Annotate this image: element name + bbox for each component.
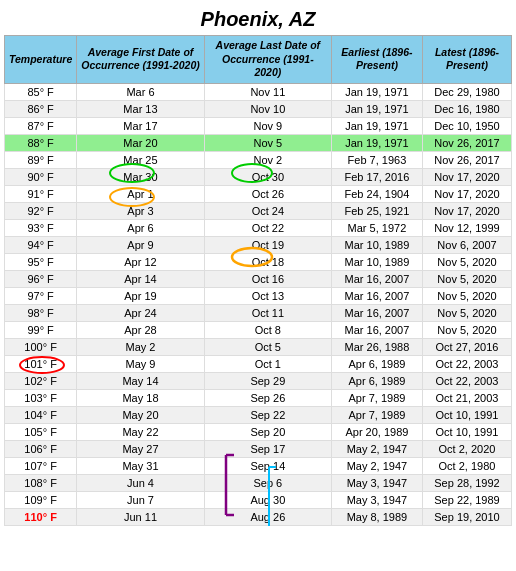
col-last-occurrence: Average Last Date of Occurrence (1991-20… bbox=[204, 36, 331, 84]
cell-earliest: Apr 7, 1989 bbox=[331, 389, 422, 406]
cell-temperature: 89° F bbox=[5, 151, 77, 168]
cell-earliest: May 8, 1989 bbox=[331, 508, 422, 525]
cell-first-occurrence: Mar 25 bbox=[77, 151, 205, 168]
col-first-occurrence: Average First Date of Occurrence (1991-2… bbox=[77, 36, 205, 84]
col-latest: Latest (1896-Present) bbox=[422, 36, 511, 84]
cell-earliest: May 2, 1947 bbox=[331, 457, 422, 474]
cell-latest: Sep 28, 1992 bbox=[422, 474, 511, 491]
cell-latest: Nov 26, 2017 bbox=[422, 134, 511, 151]
cell-earliest: Apr 6, 1989 bbox=[331, 372, 422, 389]
table-row: 98° FApr 24Oct 11Mar 16, 2007Nov 5, 2020 bbox=[5, 304, 512, 321]
table-row: 85° FMar 6Nov 11Jan 19, 1971Dec 29, 1980 bbox=[5, 83, 512, 100]
cell-first-occurrence: Apr 9 bbox=[77, 236, 205, 253]
cell-last-occurrence: Aug 26 bbox=[204, 508, 331, 525]
cell-earliest: Apr 6, 1989 bbox=[331, 355, 422, 372]
cell-first-occurrence: Mar 13 bbox=[77, 100, 205, 117]
table-row: 96° FApr 14Oct 16Mar 16, 2007Nov 5, 2020 bbox=[5, 270, 512, 287]
cell-earliest: May 2, 1947 bbox=[331, 440, 422, 457]
cell-last-occurrence: Oct 22 bbox=[204, 219, 331, 236]
cell-temperature: 86° F bbox=[5, 100, 77, 117]
cell-first-occurrence: Apr 1 bbox=[77, 185, 205, 202]
cell-last-occurrence: Aug 30 bbox=[204, 491, 331, 508]
cell-temperature: 92° F bbox=[5, 202, 77, 219]
cell-last-occurrence: Nov 2 bbox=[204, 151, 331, 168]
cell-first-occurrence: May 27 bbox=[77, 440, 205, 457]
cell-temperature: 104° F bbox=[5, 406, 77, 423]
table-row: 109° FJun 7Aug 30May 3, 1947Sep 22, 1989 bbox=[5, 491, 512, 508]
cell-first-occurrence: Apr 12 bbox=[77, 253, 205, 270]
table-row: 108° FJun 4Sep 6May 3, 1947Sep 28, 1992 bbox=[5, 474, 512, 491]
cell-temperature: 99° F bbox=[5, 321, 77, 338]
cell-last-occurrence: Oct 26 bbox=[204, 185, 331, 202]
cell-earliest: Apr 7, 1989 bbox=[331, 406, 422, 423]
table-row: 102° FMay 14Sep 29Apr 6, 1989Oct 22, 200… bbox=[5, 372, 512, 389]
cell-first-occurrence: Mar 17 bbox=[77, 117, 205, 134]
cell-last-occurrence: Sep 6 bbox=[204, 474, 331, 491]
cell-latest: Oct 2, 2020 bbox=[422, 440, 511, 457]
cell-earliest: Mar 16, 2007 bbox=[331, 304, 422, 321]
cell-first-occurrence: Jun 4 bbox=[77, 474, 205, 491]
cell-latest: Oct 10, 1991 bbox=[422, 406, 511, 423]
cell-earliest: Apr 20, 1989 bbox=[331, 423, 422, 440]
table-row: 86° FMar 13Nov 10Jan 19, 1971Dec 16, 198… bbox=[5, 100, 512, 117]
cell-first-occurrence: May 14 bbox=[77, 372, 205, 389]
col-earliest: Earliest (1896-Present) bbox=[331, 36, 422, 84]
cell-temperature: 93° F bbox=[5, 219, 77, 236]
cell-first-occurrence: Apr 3 bbox=[77, 202, 205, 219]
cell-latest: Nov 5, 2020 bbox=[422, 287, 511, 304]
cell-last-occurrence: Oct 16 bbox=[204, 270, 331, 287]
cell-latest: Dec 16, 1980 bbox=[422, 100, 511, 117]
cell-earliest: Feb 24, 1904 bbox=[331, 185, 422, 202]
cell-earliest: Mar 26, 1988 bbox=[331, 338, 422, 355]
data-table: Temperature Average First Date of Occurr… bbox=[4, 35, 512, 526]
cell-temperature: 96° F bbox=[5, 270, 77, 287]
table-row: 105° FMay 22Sep 20Apr 20, 1989Oct 10, 19… bbox=[5, 423, 512, 440]
cell-last-occurrence: Oct 5 bbox=[204, 338, 331, 355]
cell-earliest: Mar 16, 2007 bbox=[331, 270, 422, 287]
cell-temperature: 101° F bbox=[5, 355, 77, 372]
cell-latest: Nov 17, 2020 bbox=[422, 168, 511, 185]
cell-first-occurrence: May 22 bbox=[77, 423, 205, 440]
cell-temperature: 106° F bbox=[5, 440, 77, 457]
cell-last-occurrence: Oct 19 bbox=[204, 236, 331, 253]
table-row: 104° FMay 20Sep 22Apr 7, 1989Oct 10, 199… bbox=[5, 406, 512, 423]
cell-first-occurrence: Apr 14 bbox=[77, 270, 205, 287]
cell-last-occurrence: Sep 17 bbox=[204, 440, 331, 457]
cell-earliest: May 3, 1947 bbox=[331, 491, 422, 508]
cell-last-occurrence: Sep 14 bbox=[204, 457, 331, 474]
table-row: 100° FMay 2Oct 5Mar 26, 1988Oct 27, 2016 bbox=[5, 338, 512, 355]
cell-temperature: 109° F bbox=[5, 491, 77, 508]
cell-latest: Sep 19, 2010 bbox=[422, 508, 511, 525]
cell-first-occurrence: Apr 6 bbox=[77, 219, 205, 236]
cell-first-occurrence: Jun 7 bbox=[77, 491, 205, 508]
cell-first-occurrence: May 20 bbox=[77, 406, 205, 423]
table-row: 92° FApr 3Oct 24Feb 25, 1921Nov 17, 2020 bbox=[5, 202, 512, 219]
cell-latest: Dec 29, 1980 bbox=[422, 83, 511, 100]
table-row: 88° FMar 20Nov 5Jan 19, 1971Nov 26, 2017 bbox=[5, 134, 512, 151]
cell-last-occurrence: Sep 29 bbox=[204, 372, 331, 389]
cell-temperature: 97° F bbox=[5, 287, 77, 304]
cell-last-occurrence: Sep 22 bbox=[204, 406, 331, 423]
cell-last-occurrence: Sep 20 bbox=[204, 423, 331, 440]
cell-earliest: Mar 10, 1989 bbox=[331, 236, 422, 253]
cell-last-occurrence: Nov 10 bbox=[204, 100, 331, 117]
cell-earliest: Feb 25, 1921 bbox=[331, 202, 422, 219]
cell-temperature: 102° F bbox=[5, 372, 77, 389]
cell-first-occurrence: May 18 bbox=[77, 389, 205, 406]
cell-last-occurrence: Sep 26 bbox=[204, 389, 331, 406]
cell-latest: Dec 10, 1950 bbox=[422, 117, 511, 134]
cell-last-occurrence: Nov 9 bbox=[204, 117, 331, 134]
table-row: 110° FJun 11Aug 26May 8, 1989Sep 19, 201… bbox=[5, 508, 512, 525]
cell-first-occurrence: May 31 bbox=[77, 457, 205, 474]
table-row: 103° FMay 18Sep 26Apr 7, 1989Oct 21, 200… bbox=[5, 389, 512, 406]
cell-first-occurrence: May 2 bbox=[77, 338, 205, 355]
table-row: 87° FMar 17Nov 9Jan 19, 1971Dec 10, 1950 bbox=[5, 117, 512, 134]
cell-first-occurrence: Mar 6 bbox=[77, 83, 205, 100]
cell-latest: Oct 10, 1991 bbox=[422, 423, 511, 440]
cell-latest: Oct 21, 2003 bbox=[422, 389, 511, 406]
cell-earliest: Mar 5, 1972 bbox=[331, 219, 422, 236]
cell-earliest: May 3, 1947 bbox=[331, 474, 422, 491]
cell-temperature: 105° F bbox=[5, 423, 77, 440]
cell-first-occurrence: Apr 19 bbox=[77, 287, 205, 304]
cell-temperature: 108° F bbox=[5, 474, 77, 491]
